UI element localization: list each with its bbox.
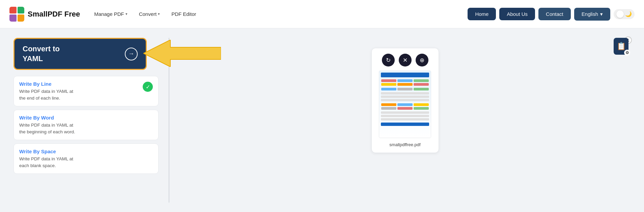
logo-cell-green: [18, 7, 25, 14]
option-title-1: Write By Word: [19, 115, 75, 121]
option-title-0: Write By Line: [19, 81, 73, 87]
manage-pdf-chevron: ▾: [125, 12, 128, 16]
language-chevron: ▾: [600, 11, 603, 17]
logo: [9, 7, 24, 22]
convert-btn-text: Convert to YAML: [23, 44, 60, 63]
convert-button-wrap: Convert to YAML →: [13, 38, 159, 70]
convert-to-yaml-button[interactable]: Convert to YAML →: [13, 38, 147, 70]
arrow-right-icon: →: [128, 50, 134, 57]
brand: SmallPDF Free: [9, 7, 80, 22]
theme-toggle[interactable]: 🌙: [614, 9, 635, 19]
refresh-button[interactable]: ↻: [382, 54, 395, 67]
pdf-thumb-inner: [379, 71, 431, 138]
option-card-text-1: Write By Word Write PDF data in YAML att…: [19, 115, 75, 135]
about-us-button[interactable]: About Us: [499, 8, 535, 20]
close-button[interactable]: ✕: [399, 54, 412, 67]
home-button[interactable]: Home: [468, 8, 496, 20]
logo-cell-red: [9, 7, 17, 14]
nav-manage-pdf[interactable]: Manage PDF ▾: [89, 8, 132, 20]
navbar: SmallPDF Free Manage PDF ▾ Convert ▾ PDF…: [0, 0, 644, 28]
doc-icon: 📋: [617, 42, 626, 51]
pdf-card-icons: ↻ ✕ ⊕: [382, 54, 428, 67]
brand-name: SmallPDF Free: [28, 10, 80, 19]
close-icon: ✕: [403, 57, 408, 64]
language-label: English: [582, 11, 598, 17]
refresh-icon: ↻: [386, 57, 391, 64]
check-icon-0: ✓: [143, 82, 153, 92]
logo-cell-orange: [18, 15, 25, 22]
nav-pdf-editor[interactable]: PDF Editor: [167, 8, 201, 20]
add-icon: ⊕: [420, 57, 424, 64]
option-card-text-2: Write By Space Write PDF data in YAML at…: [19, 149, 73, 169]
option-cards: Write By Line Write PDF data in YAML att…: [13, 76, 159, 174]
add-button[interactable]: ⊕: [416, 54, 428, 67]
doc-icon-box: 📋 ⚙: [614, 38, 628, 55]
convert-arrow-circle: →: [125, 48, 138, 60]
contact-button[interactable]: Contact: [538, 8, 571, 20]
pdf-card: ↻ ✕ ⊕: [371, 48, 439, 153]
left-panel: Convert to YAML → Write By Line W: [13, 38, 159, 203]
convert-line2: YAML: [23, 54, 60, 64]
language-button[interactable]: English ▾: [574, 8, 610, 21]
toggle-circle: [616, 10, 624, 18]
gear-icon: ⚙: [625, 50, 629, 55]
nav-links: Manage PDF ▾ Convert ▾ PDF Editor: [89, 8, 468, 20]
option-desc-1: Write PDF data in YAML atthe beginning o…: [19, 122, 75, 135]
badge-icon: 1 📋 ⚙: [614, 38, 631, 55]
nav-convert[interactable]: Convert ▾: [134, 8, 165, 20]
pdf-editor-label: PDF Editor: [171, 11, 196, 17]
badge-wrap: 1 📋 ⚙: [614, 38, 631, 55]
pdf-filename: smallpdffree.pdf: [389, 142, 420, 147]
convert-label: Convert: [139, 11, 157, 17]
nav-right: Home About Us Contact English ▾ 🌙: [468, 8, 635, 21]
option-card-write-by-line[interactable]: Write By Line Write PDF data in YAML att…: [13, 76, 159, 106]
convert-chevron: ▾: [158, 12, 160, 16]
manage-pdf-label: Manage PDF: [94, 11, 124, 17]
option-title-2: Write By Space: [19, 149, 73, 154]
right-panel: 1 📋 ⚙ ↻ ✕ ⊕: [179, 38, 631, 203]
convert-line1: Convert to: [23, 44, 60, 54]
option-card-write-by-space[interactable]: Write By Space Write PDF data in YAML at…: [13, 143, 159, 174]
option-desc-0: Write PDF data in YAML atthe end of each…: [19, 88, 73, 101]
pdf-thumbnail: [379, 71, 431, 138]
option-desc-2: Write PDF data in YAML ateach blank spac…: [19, 156, 73, 169]
option-card-text-0: Write By Line Write PDF data in YAML att…: [19, 81, 73, 101]
option-card-write-by-word[interactable]: Write By Word Write PDF data in YAML att…: [13, 110, 159, 140]
logo-cell-purple: [9, 15, 17, 22]
moon-icon: 🌙: [625, 11, 632, 17]
gear-badge: ⚙: [624, 50, 630, 56]
main-content: Convert to YAML → Write By Line W: [0, 28, 644, 212]
